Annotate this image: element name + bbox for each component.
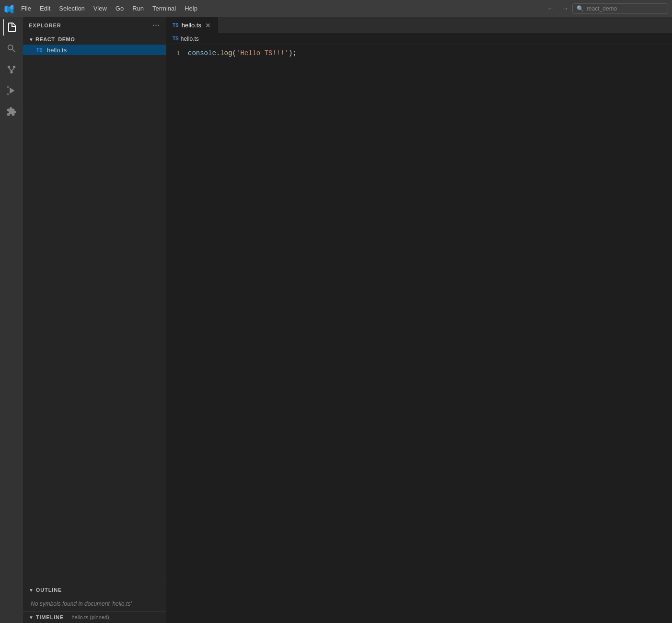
sidebar: EXPLORER ··· ▼ REACT_DEMO TS hello.ts [23,17,167,623]
explorer-title: EXPLORER [29,23,61,28]
token-string: 'Hello TS!!!' [236,49,289,57]
timeline-chevron-icon: ▼ [29,615,34,620]
tab-hello-ts-label: hello.ts [182,22,201,29]
code-editor[interactable]: 1 console.log('Hello TS!!!'); [167,44,672,623]
timeline-subtitle: – hello.ts (pinned) [64,614,109,620]
line-number-1: 1 [169,48,188,59]
menu-edit[interactable]: Edit [36,3,54,14]
menu-file[interactable]: File [17,3,35,14]
menu-selection[interactable]: Selection [55,3,88,14]
project-folder[interactable]: ▼ REACT_DEMO [23,34,166,45]
file-hello-ts-name: hello.ts [47,47,67,54]
svg-point-0 [10,71,13,74]
activity-run-debug-icon[interactable] [3,82,20,99]
editor-area: TS hello.ts ✕ TS hello.ts 1 console.log(… [167,17,672,623]
timeline-header[interactable]: ▼ TIMELINE – hello.ts (pinned) [23,611,166,623]
activity-source-control-icon[interactable] [3,61,20,78]
code-content-1: console.log('Hello TS!!!'); [188,48,297,59]
search-placeholder-text: react_demo [587,5,617,12]
nav-forward-button[interactable]: → [559,3,571,14]
svg-point-2 [13,66,16,69]
breadcrumb-bar: TS hello.ts [167,34,672,44]
token-console: console [188,49,216,57]
outline-chevron-icon: ▼ [29,588,34,593]
tab-bar: TS hello.ts ✕ [167,17,672,34]
token-log: log [220,49,232,57]
outline-empty-message: No symbols found in document 'hello.ts' [23,597,166,611]
svg-line-3 [9,68,12,71]
svg-point-1 [8,66,11,69]
explorer-more-button[interactable]: ··· [152,21,161,30]
explorer-header: EXPLORER ··· [23,17,166,34]
titlebar: File Edit Selection View Go Run Terminal… [0,0,672,17]
project-folder-name: REACT_DEMO [35,36,75,42]
file-tree: ▼ REACT_DEMO TS hello.ts [23,34,166,583]
ts-file-badge: TS [36,47,44,53]
explorer-header-actions: ··· [152,21,161,30]
menu-terminal[interactable]: Terminal [149,3,180,14]
tab-close-button[interactable]: ✕ [204,22,212,29]
main-container: EXPLORER ··· ▼ REACT_DEMO TS hello.ts [0,17,672,623]
file-hello-ts[interactable]: TS hello.ts [23,45,166,55]
outline-title: OUTLINE [36,587,62,593]
breadcrumb-text: hello.ts [181,35,199,42]
activity-extensions-icon[interactable] [3,103,20,120]
menu-view[interactable]: View [90,3,111,14]
token-paren-close: ); [289,49,297,57]
menu-go[interactable]: Go [112,3,127,14]
vscode-logo-icon [4,4,13,13]
outline-header: ▼ OUTLINE [23,583,166,597]
search-icon: 🔍 [577,5,584,12]
code-line-1: 1 console.log('Hello TS!!!'); [167,48,672,59]
folder-chevron-icon: ▼ [29,37,34,42]
activity-explorer-icon[interactable] [3,19,20,36]
svg-line-4 [12,68,14,71]
menu-run[interactable]: Run [128,3,148,14]
tab-hello-ts[interactable]: TS hello.ts ✕ [167,17,218,33]
timeline-title: TIMELINE [36,614,64,620]
menu-help[interactable]: Help [181,3,201,14]
tab-ts-badge: TS [173,23,179,28]
nav-buttons: ← → [545,3,571,14]
activity-bar [0,17,23,623]
outline-section: ▼ OUTLINE No symbols found in document '… [23,583,166,611]
nav-back-button[interactable]: ← [545,3,557,14]
command-palette[interactable]: 🔍 react_demo [572,3,668,14]
breadcrumb-ts-badge: TS [173,36,179,41]
activity-search-icon[interactable] [3,40,20,57]
timeline-section: ▼ TIMELINE – hello.ts (pinned) [23,611,166,623]
token-dot: . [216,49,220,57]
token-paren-open: ( [232,49,236,57]
